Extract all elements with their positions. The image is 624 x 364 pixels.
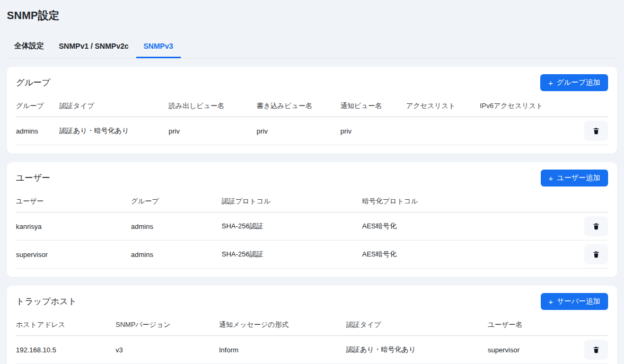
- users-card-header: ユーザー + ユーザー追加: [16, 170, 608, 187]
- column-header: 通知メッセージの形式: [219, 314, 346, 336]
- cell-message-format: Inform: [219, 336, 346, 364]
- cell-group: admins: [16, 117, 59, 145]
- column-header-actions: [576, 191, 608, 212]
- cell-write-view: priv: [257, 117, 340, 145]
- trap-hosts-table: ホストアドレス SNMPバージョン 通知メッセージの形式 認証タイプ ユーザー名…: [16, 314, 608, 364]
- column-header: グループ: [131, 191, 222, 212]
- column-header: ユーザー: [16, 191, 131, 212]
- cell-user: supervisor: [16, 241, 131, 269]
- cell-host-address: 192.168.10.5: [16, 336, 116, 364]
- plus-icon: +: [549, 298, 553, 306]
- table-row: 192.168.10.5 v3 Inform 認証あり・暗号化あり superv…: [16, 336, 608, 364]
- add-user-button-label: ユーザー追加: [557, 173, 600, 183]
- delete-server-button[interactable]: [584, 340, 608, 360]
- column-header: 認証タイプ: [346, 314, 488, 336]
- trap-hosts-card-header: トラップホスト + サーバー追加: [16, 293, 608, 310]
- add-user-button[interactable]: + ユーザー追加: [541, 170, 608, 187]
- cell-auth-protocol: SHA-256認証: [222, 212, 362, 241]
- trash-icon: [592, 345, 600, 354]
- cell-notify-view: priv: [340, 117, 406, 145]
- cell-user-name: supervisor: [488, 336, 576, 364]
- column-header: 書き込みビュー名: [257, 95, 340, 117]
- column-header: 通知ビュー名: [340, 95, 406, 117]
- table-row: admins 認証あり・暗号化あり priv priv priv: [16, 117, 608, 145]
- groups-card-title: グループ: [16, 77, 50, 88]
- cell-auth-protocol: SHA-256認証: [222, 241, 362, 269]
- cell-group: admins: [131, 241, 222, 269]
- trap-hosts-card-title: トラップホスト: [16, 296, 77, 307]
- column-header: IPv6アクセスリスト: [480, 95, 576, 117]
- add-group-button[interactable]: + グループ追加: [540, 74, 608, 91]
- groups-table-header-row: グループ 認証タイプ 読み出しビュー名 書き込みビュー名 通知ビュー名 アクセス…: [16, 95, 608, 117]
- cell-ipv6-access-list: [480, 117, 576, 145]
- cell-user: kanrisya: [16, 212, 131, 241]
- column-header: ホストアドレス: [16, 314, 116, 336]
- users-card-title: ユーザー: [16, 173, 50, 184]
- add-server-button[interactable]: + サーバー追加: [541, 293, 608, 310]
- trap-hosts-card: トラップホスト + サーバー追加 ホストアドレス SNMPバージョン 通知メッセ…: [7, 286, 617, 364]
- trash-icon: [592, 127, 600, 135]
- column-header: 読み出しビュー名: [169, 95, 257, 117]
- users-table: ユーザー グループ 認証プロトコル 暗号化プロトコル kanrisya admi…: [16, 191, 608, 269]
- column-header: アクセスリスト: [406, 95, 480, 117]
- cell-priv-protocol: AES暗号化: [362, 241, 576, 269]
- cell-auth-type: 認証あり・暗号化あり: [59, 117, 169, 145]
- cell-auth-type: 認証あり・暗号化あり: [346, 336, 488, 364]
- delete-user-button[interactable]: [584, 244, 608, 264]
- cell-snmp-version: v3: [116, 336, 219, 364]
- page-title: SNMP設定: [7, 8, 617, 23]
- tab-snmpv1-v2c[interactable]: SNMPv1 / SNMPv2c: [51, 35, 136, 58]
- tab-general[interactable]: 全体設定: [7, 35, 51, 58]
- table-row: supervisor admins SHA-256認証 AES暗号化: [16, 241, 608, 269]
- column-header-actions: [576, 314, 608, 336]
- groups-card: グループ + グループ追加 グループ 認証タイプ 読み出しビュー名 書き込みビュ…: [7, 67, 617, 154]
- plus-icon: +: [548, 79, 553, 87]
- cell-read-view: priv: [169, 117, 257, 145]
- delete-user-button[interactable]: [584, 216, 608, 236]
- column-header: SNMPバージョン: [116, 314, 219, 336]
- column-header: グループ: [16, 95, 59, 117]
- tab-bar: 全体設定 SNMPv1 / SNMPv2c SNMPv3: [7, 35, 617, 58]
- table-row: kanrisya admins SHA-256認証 AES暗号化: [16, 212, 608, 241]
- trap-hosts-table-header-row: ホストアドレス SNMPバージョン 通知メッセージの形式 認証タイプ ユーザー名: [16, 314, 608, 336]
- add-server-button-label: サーバー追加: [557, 297, 600, 306]
- trash-icon: [592, 250, 600, 259]
- column-header: ユーザー名: [488, 314, 576, 336]
- trash-icon: [592, 222, 600, 230]
- column-header-actions: [576, 95, 608, 117]
- cell-priv-protocol: AES暗号化: [362, 212, 576, 241]
- column-header: 認証プロトコル: [222, 191, 362, 212]
- cell-group: admins: [131, 212, 222, 241]
- cell-access-list: [406, 117, 480, 145]
- users-card: ユーザー + ユーザー追加 ユーザー グループ 認証プロトコル 暗号化プロトコル…: [7, 162, 617, 277]
- column-header: 認証タイプ: [59, 95, 169, 117]
- delete-group-button[interactable]: [584, 121, 608, 141]
- tab-snmpv3[interactable]: SNMPv3: [136, 35, 181, 58]
- groups-table: グループ 認証タイプ 読み出しビュー名 書き込みビュー名 通知ビュー名 アクセス…: [16, 95, 608, 145]
- add-group-button-label: グループ追加: [557, 78, 600, 87]
- groups-card-header: グループ + グループ追加: [16, 74, 608, 91]
- plus-icon: +: [549, 174, 553, 182]
- column-header: 暗号化プロトコル: [362, 191, 576, 212]
- users-table-header-row: ユーザー グループ 認証プロトコル 暗号化プロトコル: [16, 191, 608, 212]
